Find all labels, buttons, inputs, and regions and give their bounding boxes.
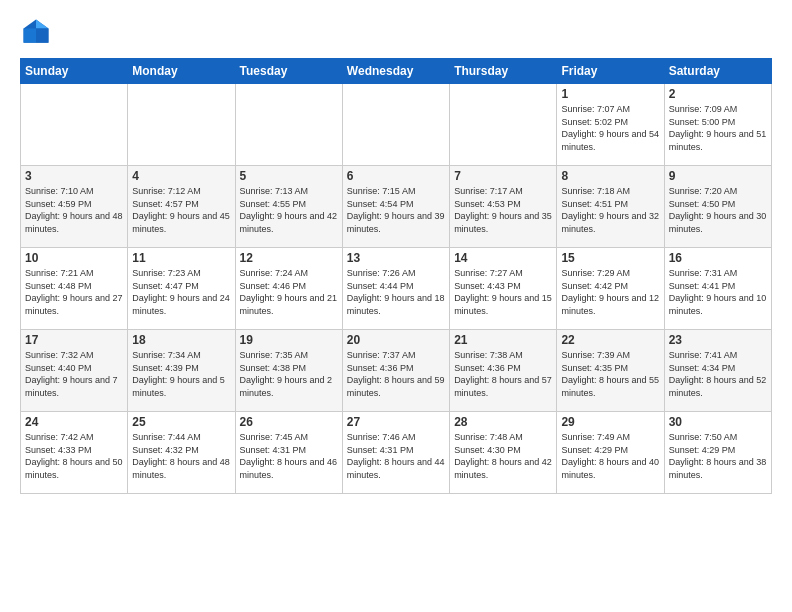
day-info: Sunrise: 7:13 AM Sunset: 4:55 PM Dayligh… bbox=[240, 185, 338, 235]
day-cell: 28Sunrise: 7:48 AM Sunset: 4:30 PM Dayli… bbox=[450, 412, 557, 494]
day-number: 8 bbox=[561, 169, 659, 183]
day-number: 16 bbox=[669, 251, 767, 265]
week-row-0: 1Sunrise: 7:07 AM Sunset: 5:02 PM Daylig… bbox=[21, 84, 772, 166]
day-info: Sunrise: 7:31 AM Sunset: 4:41 PM Dayligh… bbox=[669, 267, 767, 317]
svg-marker-1 bbox=[36, 20, 48, 29]
day-cell bbox=[342, 84, 449, 166]
day-cell: 12Sunrise: 7:24 AM Sunset: 4:46 PM Dayli… bbox=[235, 248, 342, 330]
day-cell: 16Sunrise: 7:31 AM Sunset: 4:41 PM Dayli… bbox=[664, 248, 771, 330]
day-number: 19 bbox=[240, 333, 338, 347]
day-number: 6 bbox=[347, 169, 445, 183]
day-number: 4 bbox=[132, 169, 230, 183]
day-number: 29 bbox=[561, 415, 659, 429]
day-cell: 27Sunrise: 7:46 AM Sunset: 4:31 PM Dayli… bbox=[342, 412, 449, 494]
weekday-header-friday: Friday bbox=[557, 59, 664, 84]
day-info: Sunrise: 7:20 AM Sunset: 4:50 PM Dayligh… bbox=[669, 185, 767, 235]
svg-marker-3 bbox=[24, 28, 36, 42]
day-cell bbox=[128, 84, 235, 166]
day-cell: 23Sunrise: 7:41 AM Sunset: 4:34 PM Dayli… bbox=[664, 330, 771, 412]
day-number: 26 bbox=[240, 415, 338, 429]
day-cell: 6Sunrise: 7:15 AM Sunset: 4:54 PM Daylig… bbox=[342, 166, 449, 248]
day-info: Sunrise: 7:32 AM Sunset: 4:40 PM Dayligh… bbox=[25, 349, 123, 399]
day-number: 3 bbox=[25, 169, 123, 183]
day-cell bbox=[235, 84, 342, 166]
day-cell: 14Sunrise: 7:27 AM Sunset: 4:43 PM Dayli… bbox=[450, 248, 557, 330]
weekday-header-tuesday: Tuesday bbox=[235, 59, 342, 84]
day-info: Sunrise: 7:48 AM Sunset: 4:30 PM Dayligh… bbox=[454, 431, 552, 481]
day-cell: 2Sunrise: 7:09 AM Sunset: 5:00 PM Daylig… bbox=[664, 84, 771, 166]
day-cell: 17Sunrise: 7:32 AM Sunset: 4:40 PM Dayli… bbox=[21, 330, 128, 412]
day-cell: 1Sunrise: 7:07 AM Sunset: 5:02 PM Daylig… bbox=[557, 84, 664, 166]
weekday-header-wednesday: Wednesday bbox=[342, 59, 449, 84]
day-cell: 19Sunrise: 7:35 AM Sunset: 4:38 PM Dayli… bbox=[235, 330, 342, 412]
day-cell: 21Sunrise: 7:38 AM Sunset: 4:36 PM Dayli… bbox=[450, 330, 557, 412]
day-info: Sunrise: 7:09 AM Sunset: 5:00 PM Dayligh… bbox=[669, 103, 767, 153]
day-info: Sunrise: 7:15 AM Sunset: 4:54 PM Dayligh… bbox=[347, 185, 445, 235]
day-number: 27 bbox=[347, 415, 445, 429]
day-info: Sunrise: 7:46 AM Sunset: 4:31 PM Dayligh… bbox=[347, 431, 445, 481]
page: SundayMondayTuesdayWednesdayThursdayFrid… bbox=[0, 0, 792, 612]
logo bbox=[20, 16, 58, 48]
day-cell: 30Sunrise: 7:50 AM Sunset: 4:29 PM Dayli… bbox=[664, 412, 771, 494]
day-cell: 29Sunrise: 7:49 AM Sunset: 4:29 PM Dayli… bbox=[557, 412, 664, 494]
header bbox=[20, 16, 772, 48]
day-info: Sunrise: 7:18 AM Sunset: 4:51 PM Dayligh… bbox=[561, 185, 659, 235]
day-cell: 4Sunrise: 7:12 AM Sunset: 4:57 PM Daylig… bbox=[128, 166, 235, 248]
day-number: 28 bbox=[454, 415, 552, 429]
day-number: 12 bbox=[240, 251, 338, 265]
day-cell: 24Sunrise: 7:42 AM Sunset: 4:33 PM Dayli… bbox=[21, 412, 128, 494]
day-number: 18 bbox=[132, 333, 230, 347]
day-info: Sunrise: 7:07 AM Sunset: 5:02 PM Dayligh… bbox=[561, 103, 659, 153]
day-cell bbox=[21, 84, 128, 166]
week-row-2: 10Sunrise: 7:21 AM Sunset: 4:48 PM Dayli… bbox=[21, 248, 772, 330]
day-number: 14 bbox=[454, 251, 552, 265]
day-info: Sunrise: 7:39 AM Sunset: 4:35 PM Dayligh… bbox=[561, 349, 659, 399]
day-cell bbox=[450, 84, 557, 166]
day-cell: 7Sunrise: 7:17 AM Sunset: 4:53 PM Daylig… bbox=[450, 166, 557, 248]
day-info: Sunrise: 7:29 AM Sunset: 4:42 PM Dayligh… bbox=[561, 267, 659, 317]
day-info: Sunrise: 7:42 AM Sunset: 4:33 PM Dayligh… bbox=[25, 431, 123, 481]
day-info: Sunrise: 7:34 AM Sunset: 4:39 PM Dayligh… bbox=[132, 349, 230, 399]
calendar: SundayMondayTuesdayWednesdayThursdayFrid… bbox=[20, 58, 772, 494]
day-cell: 20Sunrise: 7:37 AM Sunset: 4:36 PM Dayli… bbox=[342, 330, 449, 412]
day-number: 7 bbox=[454, 169, 552, 183]
day-number: 9 bbox=[669, 169, 767, 183]
day-cell: 15Sunrise: 7:29 AM Sunset: 4:42 PM Dayli… bbox=[557, 248, 664, 330]
day-number: 17 bbox=[25, 333, 123, 347]
day-cell: 3Sunrise: 7:10 AM Sunset: 4:59 PM Daylig… bbox=[21, 166, 128, 248]
weekday-header-sunday: Sunday bbox=[21, 59, 128, 84]
day-info: Sunrise: 7:38 AM Sunset: 4:36 PM Dayligh… bbox=[454, 349, 552, 399]
weekday-header-row: SundayMondayTuesdayWednesdayThursdayFrid… bbox=[21, 59, 772, 84]
day-cell: 18Sunrise: 7:34 AM Sunset: 4:39 PM Dayli… bbox=[128, 330, 235, 412]
day-cell: 5Sunrise: 7:13 AM Sunset: 4:55 PM Daylig… bbox=[235, 166, 342, 248]
day-cell: 10Sunrise: 7:21 AM Sunset: 4:48 PM Dayli… bbox=[21, 248, 128, 330]
day-cell: 11Sunrise: 7:23 AM Sunset: 4:47 PM Dayli… bbox=[128, 248, 235, 330]
week-row-4: 24Sunrise: 7:42 AM Sunset: 4:33 PM Dayli… bbox=[21, 412, 772, 494]
day-cell: 13Sunrise: 7:26 AM Sunset: 4:44 PM Dayli… bbox=[342, 248, 449, 330]
weekday-header-thursday: Thursday bbox=[450, 59, 557, 84]
day-number: 13 bbox=[347, 251, 445, 265]
day-info: Sunrise: 7:12 AM Sunset: 4:57 PM Dayligh… bbox=[132, 185, 230, 235]
day-cell: 8Sunrise: 7:18 AM Sunset: 4:51 PM Daylig… bbox=[557, 166, 664, 248]
day-cell: 9Sunrise: 7:20 AM Sunset: 4:50 PM Daylig… bbox=[664, 166, 771, 248]
day-cell: 25Sunrise: 7:44 AM Sunset: 4:32 PM Dayli… bbox=[128, 412, 235, 494]
day-cell: 22Sunrise: 7:39 AM Sunset: 4:35 PM Dayli… bbox=[557, 330, 664, 412]
day-number: 21 bbox=[454, 333, 552, 347]
day-number: 23 bbox=[669, 333, 767, 347]
day-info: Sunrise: 7:26 AM Sunset: 4:44 PM Dayligh… bbox=[347, 267, 445, 317]
day-number: 25 bbox=[132, 415, 230, 429]
day-info: Sunrise: 7:27 AM Sunset: 4:43 PM Dayligh… bbox=[454, 267, 552, 317]
day-number: 11 bbox=[132, 251, 230, 265]
weekday-header-monday: Monday bbox=[128, 59, 235, 84]
day-info: Sunrise: 7:50 AM Sunset: 4:29 PM Dayligh… bbox=[669, 431, 767, 481]
day-info: Sunrise: 7:44 AM Sunset: 4:32 PM Dayligh… bbox=[132, 431, 230, 481]
day-info: Sunrise: 7:24 AM Sunset: 4:46 PM Dayligh… bbox=[240, 267, 338, 317]
day-info: Sunrise: 7:10 AM Sunset: 4:59 PM Dayligh… bbox=[25, 185, 123, 235]
day-info: Sunrise: 7:41 AM Sunset: 4:34 PM Dayligh… bbox=[669, 349, 767, 399]
day-number: 5 bbox=[240, 169, 338, 183]
day-number: 2 bbox=[669, 87, 767, 101]
day-info: Sunrise: 7:45 AM Sunset: 4:31 PM Dayligh… bbox=[240, 431, 338, 481]
day-info: Sunrise: 7:49 AM Sunset: 4:29 PM Dayligh… bbox=[561, 431, 659, 481]
day-number: 1 bbox=[561, 87, 659, 101]
weekday-header-saturday: Saturday bbox=[664, 59, 771, 84]
